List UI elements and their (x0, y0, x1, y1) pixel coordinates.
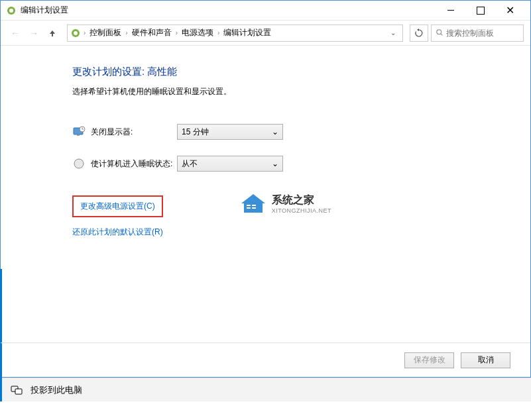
svg-rect-14 (252, 205, 256, 206)
minimize-button[interactable] (436, 1, 465, 20)
display-timeout-select[interactable]: 15 分钟 ⌄ (177, 124, 283, 140)
svg-rect-17 (15, 389, 22, 394)
refresh-button[interactable] (410, 25, 428, 42)
cancel-button[interactable]: 取消 (461, 352, 510, 368)
breadcrumb-item[interactable]: 硬件和声音 (128, 27, 176, 38)
page-title: 更改计划的设置: 高性能 (72, 66, 504, 78)
window-title: 编辑计划设置 (21, 5, 436, 16)
house-icon (240, 193, 266, 214)
up-button[interactable] (44, 25, 60, 41)
svg-rect-13 (247, 207, 251, 209)
power-plan-icon (70, 28, 81, 38)
breadcrumb-item[interactable]: 编辑计划设置 (219, 27, 275, 38)
search-box[interactable] (431, 25, 524, 42)
app-icon (6, 5, 17, 16)
display-timeout-label: 关闭显示器: (91, 127, 177, 138)
svg-rect-12 (247, 205, 251, 206)
taskbar-item[interactable]: 投影到此电脑 (0, 378, 531, 401)
back-button[interactable]: ← (7, 25, 23, 41)
navbar: ← → › 控制面板 › 硬件和声音 › 电源选项 › 编辑计划设置 ⌄ (1, 21, 530, 46)
watermark: 系统之家 XITONGZHIJIA.NET (240, 193, 331, 214)
svg-rect-7 (77, 134, 80, 136)
project-icon (11, 384, 23, 396)
save-button[interactable]: 保存修改 (404, 352, 454, 368)
sleep-icon (72, 157, 86, 170)
breadcrumb-dropdown[interactable]: ⌄ (386, 29, 400, 36)
search-icon (436, 28, 443, 38)
titlebar: 编辑计划设置 ✕ (1, 1, 530, 21)
search-input[interactable] (446, 28, 519, 38)
breadcrumb[interactable]: › 控制面板 › 硬件和声音 › 电源选项 › 编辑计划设置 ⌄ (67, 25, 403, 42)
chevron-down-icon: ⌄ (272, 127, 278, 136)
breadcrumb-item[interactable]: 电源选项 (178, 27, 217, 38)
watermark-url: XITONGZHIJIA.NET (272, 207, 331, 214)
svg-point-3 (74, 31, 78, 35)
taskbar-label: 投影到此电脑 (30, 384, 82, 396)
svg-point-4 (437, 29, 442, 34)
forward-button[interactable]: → (26, 25, 42, 41)
svg-point-1 (9, 9, 13, 13)
breadcrumb-item[interactable]: 控制面板 (86, 27, 125, 38)
page-subtitle: 选择希望计算机使用的睡眠设置和显示设置。 (72, 86, 504, 97)
chevron-down-icon: ⌄ (272, 159, 278, 168)
sleep-select[interactable]: 从不 ⌄ (177, 156, 283, 172)
watermark-title: 系统之家 (272, 193, 331, 207)
sleep-label: 使计算机进入睡眠状态: (91, 158, 177, 170)
maximize-button[interactable] (465, 1, 495, 20)
sleep-row: 使计算机进入睡眠状态: 从不 ⌄ (72, 156, 504, 172)
monitor-icon (72, 125, 86, 138)
svg-point-11 (74, 159, 84, 168)
advanced-power-settings-link[interactable]: 更改高级电源设置(C) (72, 195, 163, 217)
restore-defaults-link[interactable]: 还原此计划的默认设置(R) (72, 227, 504, 238)
svg-line-5 (441, 33, 443, 35)
display-timeout-row: 关闭显示器: 15 分钟 ⌄ (72, 124, 504, 140)
close-button[interactable]: ✕ (495, 1, 525, 20)
footer: 保存修改 取消 (1, 342, 530, 377)
svg-rect-15 (252, 207, 256, 209)
